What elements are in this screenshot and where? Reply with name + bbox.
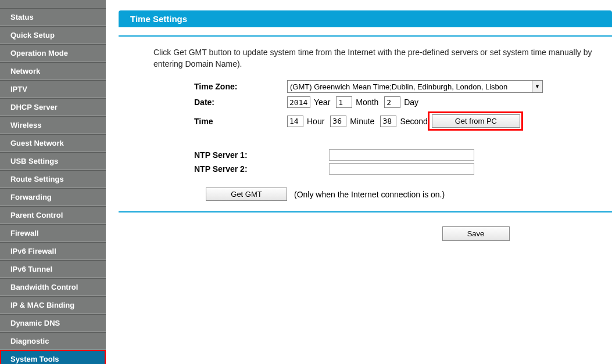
ntp1-label: NTP Server 1: [194,150,329,160]
page-title: Time Settings [119,10,612,27]
minute-input[interactable] [330,116,346,127]
sidebar-item-bandwidth-control[interactable]: Bandwidth Control [0,278,106,296]
get-gmt-button[interactable]: Get GMT [206,188,287,201]
row-ntp1: NTP Server 1: [194,149,612,161]
month-unit: Month [356,98,378,107]
month-input[interactable] [336,96,352,108]
date-label: Date: [194,98,287,107]
sidebar-item-parent-control[interactable]: Parent Control [0,206,106,224]
chevron-down-icon: ▼ [532,81,542,92]
sidebar-item-guest-network[interactable]: Guest Network [0,134,106,152]
hour-input[interactable] [287,116,303,127]
row-getgmt: Get GMT (Only when the Internet connecti… [206,188,612,201]
sidebar: Status Quick Setup Operation Mode Networ… [0,0,106,364]
timezone-select[interactable]: (GMT) Greenwich Mean Time;Dublin, Edinbu… [287,80,543,93]
get-from-pc-button[interactable]: Get from PC [432,114,520,128]
sidebar-item-network[interactable]: Network [0,62,106,80]
row-ntp2: NTP Server 2: [194,163,612,175]
timezone-label: Time Zone: [194,82,287,91]
second-input[interactable] [380,116,396,127]
day-unit: Day [404,98,418,107]
row-date: Date: Year Month Day [194,96,612,108]
day-input[interactable] [384,96,400,108]
divider-bottom [119,211,612,212]
time-label: Time [194,117,287,126]
ntp1-input[interactable] [329,149,474,161]
main-content: Time Settings Click Get GMT button to up… [106,0,612,364]
save-button[interactable]: Save [442,226,510,241]
sidebar-item-ip-mac-binding[interactable]: IP & MAC Binding [0,296,106,314]
form-area: Time Zone: (GMT) Greenwich Mean Time;Dub… [119,70,612,201]
row-timezone: Time Zone: (GMT) Greenwich Mean Time;Dub… [194,80,612,93]
sidebar-item-diagnostic[interactable]: Diagnostic [0,332,106,350]
second-unit: Second [400,117,427,126]
sidebar-item-dhcp-server[interactable]: DHCP Server [0,98,106,116]
sidebar-item-ipv6-firewall[interactable]: IPv6 Firewall [0,242,106,260]
get-gmt-note: (Only when the Internet connection is on… [294,190,445,199]
sidebar-item-quick-setup[interactable]: Quick Setup [0,26,106,44]
sidebar-item-firewall[interactable]: Firewall [0,224,106,242]
sidebar-item-usb-settings[interactable]: USB Settings [0,152,106,170]
ntp2-label: NTP Server 2: [194,164,329,174]
get-from-pc-highlight: Get from PC [428,111,523,131]
sidebar-item-iptv[interactable]: IPTV [0,80,106,98]
sidebar-item-system-tools[interactable]: System Tools [0,350,106,364]
sidebar-item-operation-mode[interactable]: Operation Mode [0,44,106,62]
save-row: Save [119,226,612,241]
ntp2-input[interactable] [329,163,474,175]
sidebar-item-forwarding[interactable]: Forwarding [0,188,106,206]
sidebar-item-status[interactable]: Status [0,8,106,26]
row-time: Time Hour Minute Second Get from PC [194,111,612,131]
year-input[interactable] [287,96,310,108]
hour-unit: Hour [307,117,324,126]
sidebar-item-dynamic-dns[interactable]: Dynamic DNS [0,314,106,332]
sidebar-item-route-settings[interactable]: Route Settings [0,170,106,188]
year-unit: Year [314,98,330,107]
intro-text: Click Get GMT button to update system ti… [119,37,612,70]
minute-unit: Minute [350,117,374,126]
timezone-value: (GMT) Greenwich Mean Time;Dublin, Edinbu… [290,82,507,91]
sidebar-item-ipv6-tunnel[interactable]: IPv6 Tunnel [0,260,106,278]
sidebar-item-wireless[interactable]: Wireless [0,116,106,134]
